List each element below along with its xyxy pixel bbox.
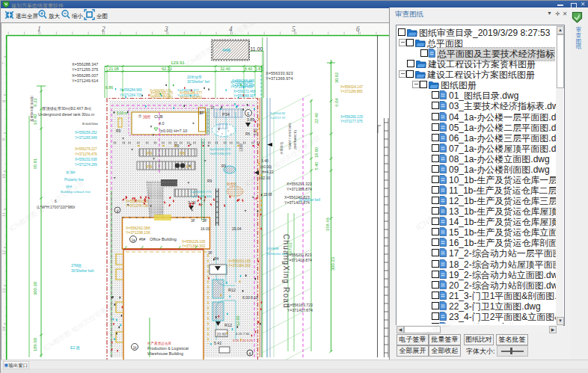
svg-text:20.60: 20.60 bbox=[217, 332, 227, 336]
svg-text:5.42: 5.42 bbox=[214, 341, 221, 345]
svg-text:4#楼: 4#楼 bbox=[222, 48, 231, 52]
svg-text:X=556256.252: X=556256.252 bbox=[75, 131, 97, 135]
svg-text:STAFF / VISITORS: STAFF / VISITORS bbox=[288, 123, 292, 149]
svg-text:X=556282.225: X=556282.225 bbox=[340, 115, 363, 119]
svg-text:1a: 1a bbox=[131, 238, 135, 242]
svg-text:X=556232.638: X=556232.638 bbox=[75, 158, 97, 161]
svg-text:X=5504.82: X=5504.82 bbox=[270, 111, 286, 115]
svg-text:X=556288.377: X=556288.377 bbox=[177, 88, 199, 92]
svg-text:4.0: 4.0 bbox=[159, 121, 165, 126]
svg-text:15.08: 15.08 bbox=[263, 193, 272, 197]
svg-text:29.04: 29.04 bbox=[232, 226, 242, 231]
svg-text:X=556163.723: X=556163.723 bbox=[287, 303, 313, 307]
svg-text:30'Shelter belt: 30'Shelter belt bbox=[71, 269, 94, 273]
svg-text:ChuangXing Road: ChuangXing Road bbox=[282, 234, 290, 309]
svg-text:屋顶M: 屋顶M bbox=[66, 170, 76, 174]
svg-text:1F: 1F bbox=[210, 105, 215, 110]
svg-text:12.00: 12.00 bbox=[236, 316, 240, 327]
svg-text:16.00: 16.00 bbox=[200, 226, 210, 231]
svg-text:P9: P9 bbox=[147, 151, 153, 155]
svg-text:R4: R4 bbox=[214, 256, 219, 261]
svg-text:3.40: 3.40 bbox=[261, 158, 269, 163]
svg-text:Underground diesel tank 30c: Underground diesel tank 30cu.m bbox=[38, 112, 94, 117]
svg-text:6.04: 6.04 bbox=[334, 98, 339, 107]
svg-text:5.40: 5.40 bbox=[314, 162, 319, 170]
svg-text:R6: R6 bbox=[245, 132, 250, 136]
svg-text:X=556211.823: X=556211.823 bbox=[287, 253, 312, 257]
svg-text:Y=371284.073: Y=371284.073 bbox=[209, 152, 231, 155]
svg-text:生产及货运仓库: 生产及货运仓库 bbox=[147, 341, 172, 345]
svg-text:Office Building: Office Building bbox=[150, 237, 177, 241]
svg-text:消防车道沿线布置: 消防车道沿线布置 bbox=[30, 96, 34, 123]
svg-text:8.00 8.10: 8.00 8.10 bbox=[242, 295, 258, 300]
svg-text:Y=371230.852: Y=371230.852 bbox=[177, 93, 199, 97]
svg-text:Production & Logistical: Production & Logistical bbox=[147, 346, 189, 351]
svg-text:X=956285.007: X=956285.007 bbox=[72, 73, 98, 78]
svg-text:11.00: 11.00 bbox=[251, 46, 263, 52]
svg-text:Y=371264.715: Y=371264.715 bbox=[120, 93, 142, 97]
svg-text:129.91: 129.91 bbox=[171, 60, 185, 65]
svg-text:X=556203.165: X=556203.165 bbox=[228, 259, 251, 263]
svg-text:3.20: 3.20 bbox=[188, 200, 196, 205]
svg-text:X=556284.073: X=556284.073 bbox=[209, 147, 231, 151]
svg-text:P8: P8 bbox=[180, 151, 186, 155]
svg-text:3F: 3F bbox=[191, 218, 195, 223]
svg-text:X=556229.165: X=556229.165 bbox=[182, 240, 206, 244]
svg-text:3.25 1.20 3.25: 3.25 1.20 3.25 bbox=[233, 339, 253, 342]
svg-text:X=556240.823: X=556240.823 bbox=[284, 195, 310, 200]
svg-text:Y=371437.674: Y=371437.674 bbox=[287, 308, 313, 312]
svg-text:Y=371369.974: Y=371369.974 bbox=[266, 76, 293, 81]
svg-text:消控: 消控 bbox=[143, 114, 150, 120]
svg-text:Y=371386.874: Y=371386.874 bbox=[287, 187, 312, 191]
svg-text:(±0.00) H=7.10: (±0.00) H=7.10 bbox=[159, 129, 187, 133]
svg-text:X=556333.923: X=556333.923 bbox=[266, 71, 293, 75]
svg-text:Y=371384.302: Y=371384.302 bbox=[228, 264, 251, 268]
svg-text:6.86: 6.86 bbox=[105, 85, 113, 90]
svg-text:P9: P9 bbox=[147, 164, 153, 169]
svg-text:Y=371265.949: Y=371265.949 bbox=[75, 136, 97, 140]
svg-text:Y=371258.468: Y=371258.468 bbox=[230, 85, 253, 89]
svg-text:4.15 7.50: 4.15 7.50 bbox=[236, 332, 250, 336]
svg-text:158.66: 158.66 bbox=[325, 218, 330, 231]
svg-text:Y=371249.614: Y=371249.614 bbox=[72, 78, 98, 83]
svg-text:32.40: 32.40 bbox=[220, 67, 230, 71]
svg-text:Y=371298.136: Y=371298.136 bbox=[126, 230, 150, 235]
svg-text:1200: 1200 bbox=[239, 144, 243, 152]
svg-text:30'Shelter' bel: 30'Shelter' bel bbox=[187, 80, 209, 84]
svg-text:(ENTRANCE): (ENTRANCE) bbox=[293, 130, 297, 149]
svg-text:屋顶绿化带30m(Φ2.4X7.8m): 屋顶绿化带30m(Φ2.4X7.8m) bbox=[42, 106, 91, 111]
svg-text:37M路: 37M路 bbox=[71, 264, 82, 268]
svg-text:300.30: 300.30 bbox=[33, 282, 37, 295]
svg-text:8.60: 8.60 bbox=[254, 129, 257, 135]
svg-text:Warehouse Building: Warehouse Building bbox=[147, 351, 183, 356]
svg-text:Y=371255.375: Y=371255.375 bbox=[72, 67, 98, 72]
svg-text:X=556305.771: X=556305.771 bbox=[190, 190, 212, 194]
svg-text:R9: R9 bbox=[116, 129, 121, 133]
svg-text:R9: R9 bbox=[207, 179, 212, 183]
svg-text:⑦: ⑦ bbox=[138, 114, 142, 119]
svg-text:Y=371274.736: Y=371274.736 bbox=[126, 204, 148, 208]
svg-text:1F: 1F bbox=[200, 111, 204, 115]
svg-text:E2 路: E2 路 bbox=[70, 345, 80, 351]
svg-text:8.40: 8.40 bbox=[245, 67, 253, 71]
svg-text:189.90: 189.90 bbox=[33, 338, 37, 351]
svg-text:大客车位: 大客车位 bbox=[280, 141, 284, 155]
svg-text:X=556291.323: X=556291.323 bbox=[287, 182, 312, 186]
svg-text:30'Shelter belt: 30'Shelter belt bbox=[266, 252, 288, 256]
svg-text:30.92: 30.92 bbox=[334, 73, 339, 84]
svg-text:300.23: 300.23 bbox=[331, 257, 335, 271]
svg-text:#6#: #6# bbox=[139, 237, 146, 241]
svg-text:R12: R12 bbox=[224, 323, 232, 327]
svg-text:22.40: 22.40 bbox=[314, 113, 319, 123]
svg-text:P34: P34 bbox=[222, 112, 230, 117]
svg-text:18.90: 18.90 bbox=[314, 147, 319, 158]
svg-text:62.20: 62.20 bbox=[162, 67, 172, 71]
svg-text:X=556290.885: X=556290.885 bbox=[230, 81, 253, 84]
svg-text:ICN都市图·哈尔滨住宅事业部: ICN都市图·哈尔滨住宅事业部 bbox=[42, 298, 120, 352]
svg-text:Y=371274.269: Y=371274.269 bbox=[75, 163, 97, 167]
svg-text:B.6x6/50m: B.6x6/50m bbox=[82, 122, 98, 126]
svg-text:Y=371418.874: Y=371418.874 bbox=[287, 258, 312, 262]
svg-text:X=556024.147: X=556024.147 bbox=[340, 85, 363, 89]
svg-text:X=556279.227: X=556279.227 bbox=[75, 147, 97, 151]
svg-text:X=556272.468: X=556272.468 bbox=[233, 90, 256, 93]
